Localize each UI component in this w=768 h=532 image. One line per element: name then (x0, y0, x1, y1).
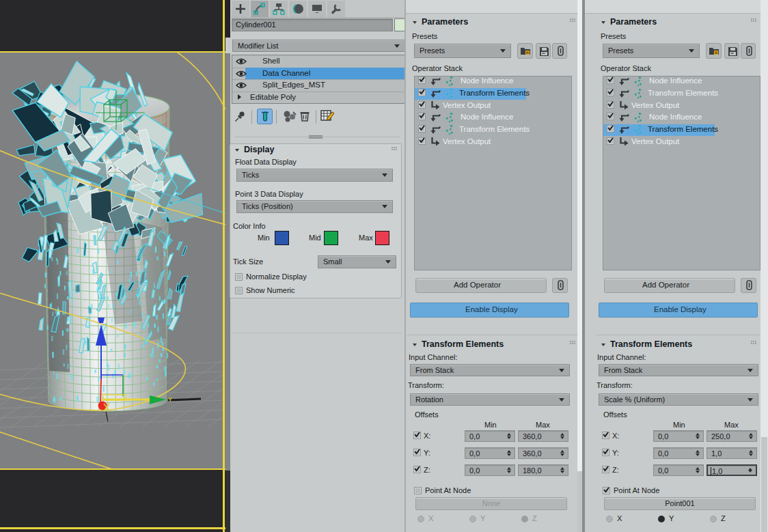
svg-text:Y: Y (168, 396, 172, 403)
